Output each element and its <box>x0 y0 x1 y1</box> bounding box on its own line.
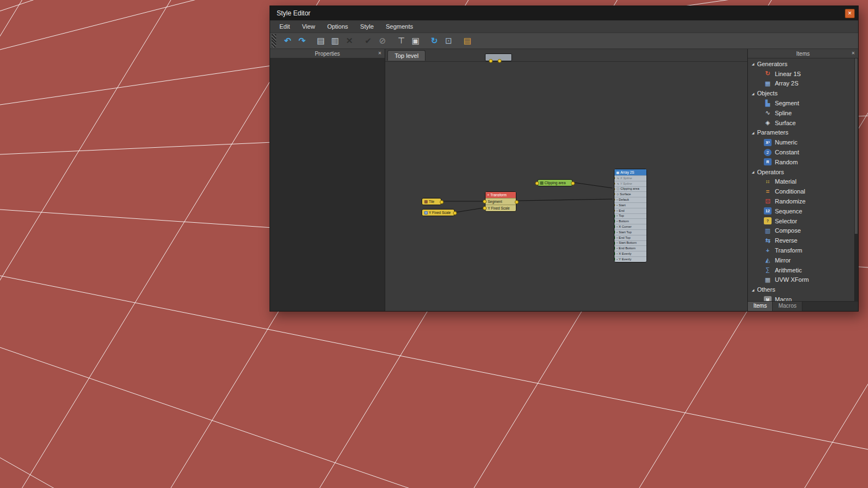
check-icon[interactable]: ✔ <box>362 35 375 47</box>
transform-node-header[interactable]: + Transform <box>486 192 516 198</box>
toolbar-drag-handle-icon[interactable] <box>272 34 276 47</box>
menu-view[interactable]: View <box>296 23 321 30</box>
library-icon[interactable]: ▤ <box>461 35 474 47</box>
input-port[interactable] <box>614 242 615 245</box>
array-input-end[interactable]: ▪End <box>614 208 646 213</box>
array-input-surface[interactable]: ◇Surface <box>614 191 646 197</box>
items-item-spline[interactable]: ∿Spline <box>748 108 858 118</box>
items-section-parameters[interactable]: ◢Parameters <box>748 128 858 138</box>
node-canvas[interactable]: Top level Tile <box>385 49 747 311</box>
window-close-icon[interactable]: ✕ <box>845 9 855 18</box>
output-port[interactable] <box>498 59 502 63</box>
items-item-macro[interactable]: MMacro <box>748 294 858 301</box>
items-item-material[interactable]: ⠶Material <box>748 177 858 187</box>
input-port[interactable] <box>483 200 487 203</box>
items-item-linear-1s[interactable]: ↻Linear 1S <box>748 69 858 79</box>
input-port[interactable] <box>483 206 487 210</box>
items-section-operators[interactable]: ◢Operators <box>748 167 858 177</box>
items-scrollbar[interactable] <box>854 58 858 302</box>
items-section-generators[interactable]: ◢Generators <box>748 59 858 69</box>
node-transform[interactable]: + Transform SegmentY Fixed Scale <box>485 191 516 212</box>
array-input-x-spline[interactable]: ∿X Spline <box>614 175 646 181</box>
export-icon[interactable]: ⊡ <box>442 35 455 47</box>
array-input-default[interactable]: ▪Default <box>614 197 646 202</box>
copy-icon[interactable]: ▤ <box>314 35 327 47</box>
transform-input-y-fixed-scale[interactable]: Y Fixed Scale <box>486 205 516 211</box>
items-scrollbar-thumb[interactable] <box>855 58 858 234</box>
array-input-start-top[interactable]: ▪Start Top <box>614 229 646 235</box>
items-item-surface[interactable]: ◈Surface <box>748 118 858 128</box>
items-item-conditional[interactable]: =Conditional <box>748 186 858 196</box>
array-input-x-corner[interactable]: ▪X Corner <box>614 224 646 229</box>
output-port[interactable] <box>440 200 444 204</box>
align-top-icon[interactable]: ⊤ <box>395 35 408 47</box>
items-item-uvw-xform[interactable]: ▦UVW XForm <box>748 275 858 285</box>
items-item-transform[interactable]: +Transform <box>748 245 858 255</box>
output-port[interactable] <box>571 181 575 185</box>
menu-segments[interactable]: Segments <box>380 23 419 30</box>
items-item-sequence[interactable]: 12Sequence <box>748 206 858 216</box>
items-item-segment[interactable]: ▙Segment <box>748 98 858 108</box>
menu-style[interactable]: Style <box>354 23 380 30</box>
node-clipping-area[interactable]: Clipping area <box>537 179 573 186</box>
node-array-2s[interactable]: ▦ Array 2S ∿X Spline∿Y Spline▢Clipping a… <box>614 169 647 262</box>
input-port[interactable] <box>535 181 539 185</box>
tab-items[interactable]: Items <box>748 302 773 311</box>
input-port[interactable] <box>614 252 615 255</box>
input-port[interactable] <box>614 176 615 180</box>
delete-icon[interactable]: ✕ <box>343 35 356 47</box>
input-port[interactable] <box>614 236 615 239</box>
redo-icon[interactable]: ↷ <box>295 35 309 47</box>
array-input-y-spline[interactable]: ∿Y Spline <box>614 181 646 186</box>
input-port[interactable] <box>614 187 615 191</box>
input-port[interactable] <box>614 192 615 196</box>
properties-close-icon[interactable]: ✕ <box>376 50 383 57</box>
items-item-selector[interactable]: ?Selector <box>748 216 858 226</box>
input-port[interactable] <box>614 209 615 212</box>
array-input-x-evenly[interactable]: ▪X Evenly <box>614 251 646 256</box>
wire-transform-to-array[interactable] <box>518 199 612 201</box>
partial-node[interactable] <box>485 53 512 61</box>
array-input-end-bottom[interactable]: ▪End Bottom <box>614 245 646 251</box>
menu-options[interactable]: Options <box>321 23 354 30</box>
items-close-icon[interactable]: ✕ <box>850 50 856 57</box>
array-node-header[interactable]: ▦ Array 2S <box>614 169 646 175</box>
items-item-array-2s[interactable]: ▦Array 2S <box>748 79 858 89</box>
array-input-y-evenly[interactable]: ▪Y Evenly <box>614 256 646 262</box>
items-item-compose[interactable]: ▥Compose <box>748 226 858 236</box>
array-input-top[interactable]: ▪Top <box>614 213 646 219</box>
transform-input-segment[interactable]: Segment <box>486 198 516 205</box>
input-port[interactable] <box>614 225 615 228</box>
items-section-objects[interactable]: ◢Objects <box>748 88 858 98</box>
output-port[interactable] <box>453 211 457 215</box>
undo-icon[interactable]: ↶ <box>281 35 294 47</box>
input-port[interactable] <box>614 214 615 218</box>
window-titlebar[interactable]: Style Editor ✕ <box>270 6 858 20</box>
items-item-mirror[interactable]: ◭Mirror <box>748 255 858 265</box>
items-item-reverse[interactable]: ⇆Reverse <box>748 235 858 245</box>
node-y-fixed-scale[interactable]: R Y Fixed Scale <box>422 209 455 216</box>
container-icon[interactable]: ▣ <box>409 35 422 47</box>
output-port[interactable] <box>515 200 519 204</box>
tab-macros[interactable]: Macros <box>773 302 802 311</box>
wire-yfixedscale-to-transform[interactable] <box>456 208 483 212</box>
array-input-start[interactable]: ▪Start <box>614 202 646 208</box>
input-port[interactable] <box>614 203 615 207</box>
input-port[interactable] <box>614 230 615 234</box>
output-port[interactable] <box>489 59 493 63</box>
menu-edit[interactable]: Edit <box>273 23 296 30</box>
disable-icon[interactable]: ⊘ <box>376 35 389 47</box>
input-port[interactable] <box>614 258 615 261</box>
items-item-numeric[interactable]: X²Numeric <box>748 137 858 147</box>
input-port[interactable] <box>614 182 615 185</box>
refresh-icon[interactable]: ↻ <box>428 35 441 47</box>
items-item-arithmetic[interactable]: ∑Arithmetic <box>748 265 858 275</box>
input-port[interactable] <box>614 246 615 250</box>
node-tile[interactable]: Tile <box>422 198 441 205</box>
items-section-others[interactable]: ◢Others <box>748 285 858 294</box>
wire-clipping-to-array[interactable] <box>574 183 612 188</box>
items-item-constant[interactable]: 2Constant <box>748 147 858 157</box>
items-item-random[interactable]: RRandom <box>748 157 858 167</box>
items-item-randomize[interactable]: ⚄Randomize <box>748 196 858 206</box>
paste-icon[interactable]: ▥ <box>328 35 342 47</box>
